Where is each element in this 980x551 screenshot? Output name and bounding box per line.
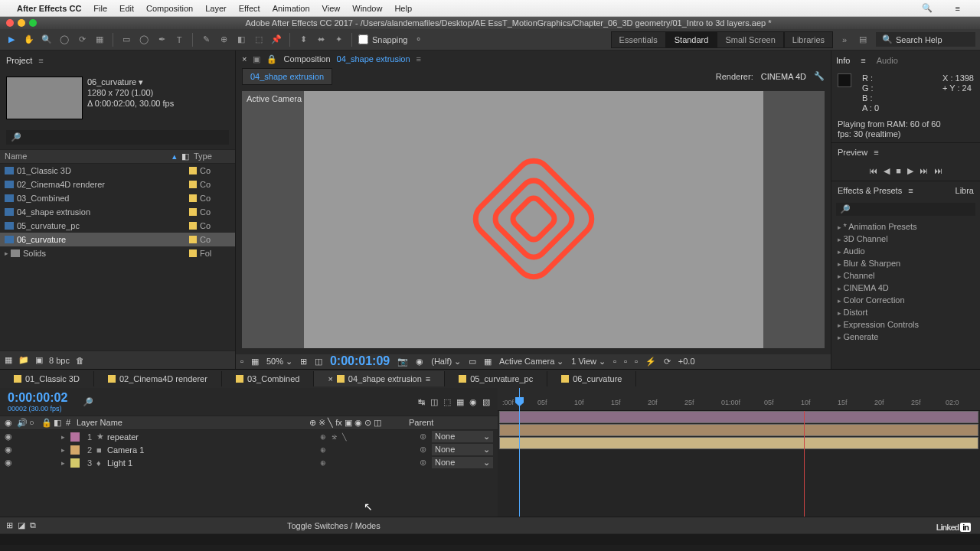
zoom-tool[interactable]: 🔍 — [40, 33, 54, 47]
renderer-options-icon[interactable]: 🔧 — [814, 71, 825, 81]
layer-bar[interactable] — [499, 411, 978, 423]
project-item-folder[interactable]: ▸SolidsFol — [0, 246, 235, 260]
pen-tool[interactable]: ✒ — [155, 33, 168, 47]
selection-tool[interactable]: ▶ — [5, 33, 18, 47]
snap-opt-icon[interactable]: ⚬ — [412, 33, 426, 47]
axis-local-icon[interactable]: ⬍ — [296, 33, 310, 47]
sort-indicator-icon[interactable]: ▴ — [172, 152, 177, 161]
timeline-timecode[interactable]: 0:00:00:02 — [8, 391, 67, 405]
first-frame-button[interactable]: ⏮ — [869, 166, 877, 176]
roto-tool[interactable]: ⬚ — [252, 33, 266, 47]
effect-category[interactable]: Color Correction — [831, 294, 980, 306]
project-item[interactable]: 05_curvature_pcCo — [0, 219, 235, 233]
camera-dropdown[interactable]: Active Camera⌄ — [499, 357, 564, 367]
menu-edit[interactable]: Edit — [119, 4, 134, 13]
search-help-input[interactable]: 🔍 Search Help — [876, 32, 975, 47]
frame-blend-icon[interactable]: ▦ — [456, 397, 464, 407]
grid-icon[interactable]: ▦ — [251, 357, 259, 367]
workspace-menu-icon[interactable]: ▤ — [856, 33, 870, 47]
lock-col-icon[interactable]: 🔒 — [41, 418, 54, 428]
effect-category[interactable]: 3D Channel — [831, 233, 980, 245]
comp-subtab[interactable]: 04_shape extrusion — [242, 68, 332, 85]
snapshot-icon[interactable]: 📷 — [397, 357, 408, 367]
toggle-switches-icon[interactable]: ⊞ — [6, 520, 13, 530]
timeline-tab[interactable]: ×04_shape extrusion≡ — [314, 371, 445, 386]
effect-category[interactable]: Expression Controls — [831, 318, 980, 331]
solo-col-icon[interactable]: ○ — [29, 418, 41, 428]
eraser-tool[interactable]: ◧ — [234, 33, 248, 47]
play-button[interactable]: ▶ — [907, 166, 913, 176]
playhead[interactable] — [519, 388, 520, 517]
project-search-input[interactable]: 🔎 — [6, 130, 229, 145]
time-ruler[interactable]: :00f 05f 10f 15f 20f 25f 01:00f 05f 10f … — [498, 388, 980, 411]
bpc-button[interactable]: 8 bpc — [49, 356, 70, 365]
mask-icon[interactable]: ◫ — [315, 357, 322, 367]
timeline-tab[interactable]: 01_Classic 3D — [0, 371, 94, 386]
effect-category[interactable]: Audio — [831, 245, 980, 257]
project-item[interactable]: 02_Cinema4D rendererCo — [0, 178, 235, 191]
effect-category[interactable]: CINEMA 4D — [831, 282, 980, 294]
project-panel-menu-icon[interactable]: ≡ — [38, 56, 43, 65]
workspace-libraries[interactable]: Libraries — [784, 31, 833, 48]
rotate-tool[interactable]: ⟳ — [75, 33, 89, 47]
view-opt-1-icon[interactable]: ▫ — [613, 357, 616, 366]
label-color[interactable] — [70, 445, 80, 455]
new-comp-icon[interactable]: ▣ — [35, 355, 43, 365]
preview-panel-menu-icon[interactable]: ≡ — [874, 148, 878, 157]
type-tool[interactable]: T — [172, 33, 186, 47]
res-grid-icon[interactable]: ⊞ — [300, 357, 307, 367]
project-item[interactable]: 03_CombinedCo — [0, 191, 235, 205]
project-col-type[interactable]: Type — [194, 152, 230, 161]
menu-extras-icon[interactable]: ≡ — [956, 4, 960, 13]
effect-category[interactable]: * Animation Presets — [831, 220, 980, 233]
views-dropdown[interactable]: 1 View⌄ — [571, 357, 606, 367]
menu-file[interactable]: File — [93, 4, 107, 13]
effects-search-input[interactable]: 🔎 — [836, 203, 975, 216]
timeline-icon[interactable]: ⟳ — [664, 357, 671, 367]
rect-tool[interactable]: ▭ — [119, 33, 133, 47]
menu-animation[interactable]: Animation — [273, 4, 310, 13]
label-color[interactable] — [70, 432, 80, 442]
interpret-footage-icon[interactable]: ▦ — [5, 355, 12, 365]
new-folder-icon[interactable]: 📁 — [18, 355, 29, 365]
pickwhip-icon[interactable]: ⊚ — [420, 458, 432, 468]
timeline-search-icon[interactable]: 🔎 — [83, 397, 93, 407]
timeline-tab[interactable]: 03_Combined — [222, 371, 315, 386]
menu-effect[interactable]: Effect — [239, 4, 260, 13]
next-frame-button[interactable]: ⏭ — [920, 166, 928, 176]
project-item[interactable]: 04_shape extrusionCo — [0, 205, 235, 219]
current-time[interactable]: 0:00:01:09 — [330, 354, 390, 368]
pickwhip-icon[interactable]: ⊚ — [420, 445, 432, 455]
stop-button[interactable]: ■ — [896, 166, 901, 176]
puppet-tool[interactable]: 📌 — [270, 33, 283, 47]
orbit-tool[interactable]: ◯ — [57, 33, 71, 47]
comp-mini-flowchart-icon[interactable]: ↹ — [418, 397, 425, 407]
workspace-essentials[interactable]: Essentials — [611, 31, 666, 48]
timeline-tab[interactable]: 02_Cinema4D renderer — [94, 371, 222, 386]
comp-nav-icon[interactable]: ▣ — [253, 54, 260, 64]
roi-icon[interactable]: ▭ — [469, 357, 476, 367]
exposure-value[interactable]: +0.0 — [678, 357, 695, 366]
timeline-track-area[interactable]: :00f 05f 10f 15f 20f 25f 01:00f 05f 10f … — [498, 388, 980, 517]
transparency-icon[interactable]: ▦ — [484, 357, 492, 367]
menu-help[interactable]: Help — [394, 4, 412, 13]
effect-category[interactable]: Blur & Sharpen — [831, 257, 980, 269]
toggle-modes-icon[interactable]: ◪ — [18, 520, 25, 530]
close-window-button[interactable] — [6, 19, 14, 27]
layer-bar[interactable] — [499, 424, 978, 436]
project-item[interactable]: 01_Classic 3DCo — [0, 164, 235, 178]
label-color[interactable] — [70, 458, 80, 468]
zoom-window-button[interactable] — [29, 19, 37, 27]
timeline-layer-row[interactable]: ◉▸ 1 ★ repeater ⊕ ※ ╲ ⊚ None⌄ — [0, 430, 498, 443]
effect-category[interactable]: Channel — [831, 269, 980, 282]
minimize-window-button[interactable] — [18, 19, 25, 27]
effect-category[interactable]: Distort — [831, 306, 980, 318]
composition-viewport[interactable]: Active Camera — [242, 91, 825, 348]
hide-shy-icon[interactable]: ⬚ — [443, 397, 451, 407]
resolution-dropdown[interactable]: (Half)⌄ — [431, 357, 461, 367]
effects-presets-tab[interactable]: Effects & Presets — [838, 186, 902, 195]
graph-editor-icon[interactable]: ▧ — [482, 397, 490, 407]
project-col-name[interactable]: Name — [5, 152, 172, 161]
pixel-aspect-icon[interactable]: ▫ — [635, 357, 638, 366]
view-opt-2-icon[interactable]: ▫ — [624, 357, 627, 366]
